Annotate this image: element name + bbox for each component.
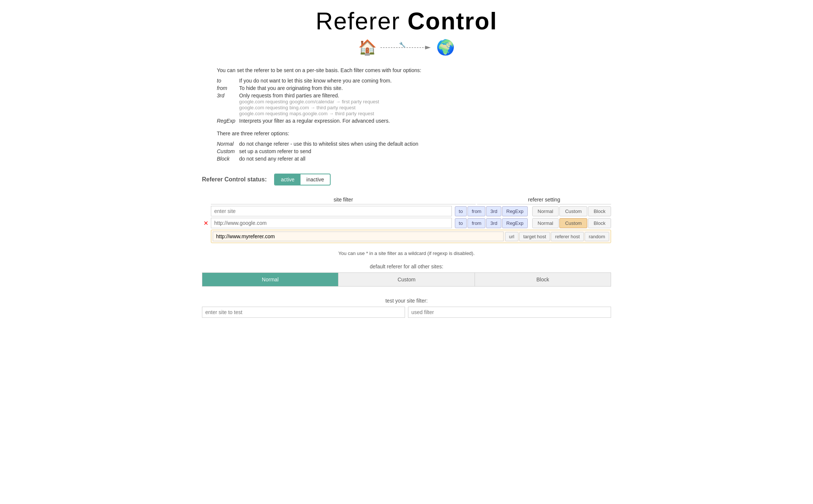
- referer-options-table: Normal do not change referer - use this …: [217, 140, 422, 162]
- test-filter-inputs: [202, 307, 611, 318]
- filter-type-buttons-empty: to from 3rd RegExp: [455, 206, 528, 216]
- svg-marker-1: [425, 46, 431, 49]
- referer-option-custom: Custom set up a custom referer to send: [217, 148, 422, 155]
- status-inactive-button[interactable]: inactive: [301, 174, 330, 185]
- custom-referer-input[interactable]: [213, 232, 504, 241]
- svg-text:🔧: 🔧: [399, 42, 406, 48]
- test-filter-label: test your site filter:: [202, 298, 611, 304]
- description-intro: You can set the referer to be sent on a …: [217, 67, 611, 73]
- referer-custom-btn-google[interactable]: Custom: [559, 218, 587, 228]
- header-icons: 🏠 🔧 🌍: [202, 39, 611, 56]
- site-filter-header: site filter: [211, 197, 476, 204]
- custom-type-random-btn[interactable]: random: [585, 232, 609, 241]
- referer-option-normal: Normal do not change referer - use this …: [217, 140, 422, 148]
- filter-regexp-btn-google[interactable]: RegExp: [502, 218, 527, 228]
- filter-3rd-btn-google[interactable]: 3rd: [486, 218, 501, 228]
- wildcard-note: You can use * in a site filter as a wild…: [202, 251, 611, 256]
- test-filter-result-input[interactable]: [408, 307, 611, 318]
- description-section: You can set the referer to be sent on a …: [202, 67, 611, 162]
- status-section: Referer Control status: active inactive: [202, 174, 611, 185]
- filter-type-buttons-google: to from 3rd RegExp: [455, 218, 528, 228]
- referer-setting-header: referer setting: [477, 197, 611, 204]
- default-referer-label: default referer for all other sites:: [202, 264, 611, 269]
- filter-section-headers: site filter referer setting: [202, 197, 611, 204]
- referer-options-intro: There are three referer options:: [217, 130, 611, 136]
- site-filter-input-google[interactable]: [211, 218, 452, 228]
- globe-icon: 🌍: [436, 39, 455, 56]
- filter-row-google: ✕ to from 3rd RegExp Normal Custom Block: [202, 218, 611, 228]
- filter-option-regexp: RegExp Interprets your filter as a regul…: [217, 117, 395, 125]
- referer-normal-btn-google[interactable]: Normal: [532, 218, 559, 228]
- referer-option-block: Block do not send any referer at all: [217, 155, 422, 162]
- filter-to-btn-empty[interactable]: to: [455, 206, 467, 216]
- test-site-input[interactable]: [202, 307, 405, 318]
- page-header: Referer Control 🏠 🔧 🌍: [202, 7, 611, 56]
- referer-block-btn-empty[interactable]: Block: [588, 206, 611, 216]
- test-filter-section: test your site filter:: [202, 298, 611, 318]
- referer-type-buttons-google: Normal Custom Block: [532, 218, 611, 228]
- status-label: Referer Control status:: [202, 176, 267, 183]
- custom-type-referer-host-btn[interactable]: referer host: [551, 232, 584, 241]
- filter-from-btn-google[interactable]: from: [467, 218, 485, 228]
- filter-row-empty: to from 3rd RegExp Normal Custom Block: [202, 206, 611, 216]
- status-toggle: active inactive: [274, 174, 331, 185]
- referer-custom-btn-empty[interactable]: Custom: [559, 206, 587, 216]
- status-active-button[interactable]: active: [275, 174, 301, 185]
- custom-type-url-btn[interactable]: url: [505, 232, 518, 241]
- default-referer-buttons: Normal Custom Block: [202, 272, 611, 287]
- filter-option-3rd: 3rd Only requests from third parties are…: [217, 92, 395, 117]
- custom-referer-row: url target host referer host random: [211, 230, 611, 243]
- filter-3rd-btn-empty[interactable]: 3rd: [486, 206, 501, 216]
- filter-option-from: from To hide that you are originating fr…: [217, 84, 395, 92]
- default-normal-btn[interactable]: Normal: [202, 273, 338, 286]
- filter-from-btn-empty[interactable]: from: [467, 206, 485, 216]
- filter-to-btn-google[interactable]: to: [455, 218, 467, 228]
- referer-block-btn-google[interactable]: Block: [588, 218, 611, 228]
- filter-options-table: to If you do not want to let this site k…: [217, 77, 395, 125]
- filter-option-to: to If you do not want to let this site k…: [217, 77, 395, 84]
- default-block-btn[interactable]: Block: [475, 273, 611, 286]
- custom-type-buttons: url target host referer host random: [505, 232, 609, 241]
- referer-normal-btn-empty[interactable]: Normal: [532, 206, 559, 216]
- default-custom-btn[interactable]: Custom: [338, 273, 475, 286]
- delete-google-button[interactable]: ✕: [202, 220, 209, 227]
- default-referer-section: default referer for all other sites: Nor…: [202, 264, 611, 287]
- custom-type-target-host-btn[interactable]: target host: [519, 232, 550, 241]
- site-filter-input-empty[interactable]: [211, 206, 452, 216]
- house-icon: 🏠: [358, 39, 377, 56]
- arrow-with-wrench-icon: 🔧: [377, 42, 436, 53]
- filter-section: site filter referer setting to from 3rd …: [202, 197, 611, 243]
- referer-type-buttons-empty: Normal Custom Block: [532, 206, 611, 216]
- page-title: Referer Control: [202, 7, 611, 35]
- filter-regexp-btn-empty[interactable]: RegExp: [502, 206, 527, 216]
